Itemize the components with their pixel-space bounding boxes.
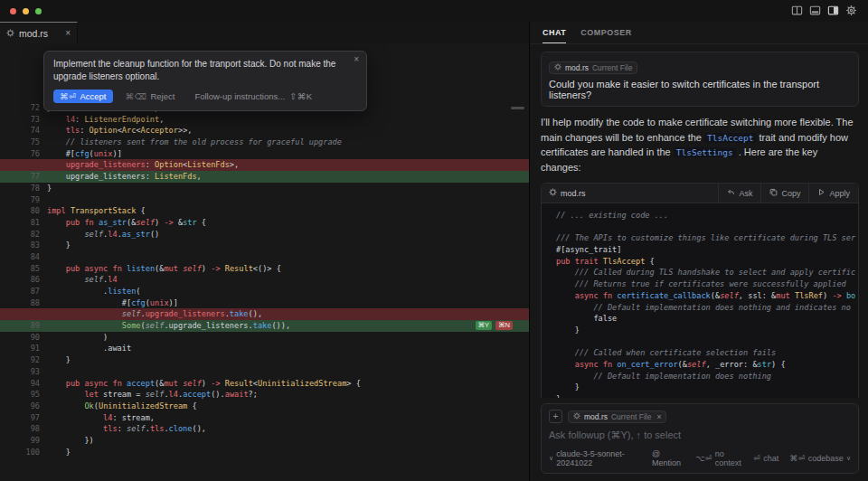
code-token: (& xyxy=(155,379,164,388)
zoom-window-button[interactable] xyxy=(35,8,42,14)
code-token: <()> { xyxy=(253,264,281,273)
chat-shortcut[interactable]: ⏎ chat xyxy=(753,454,778,463)
code-token: )] xyxy=(112,149,121,158)
remove-chip-icon[interactable]: × xyxy=(656,412,661,421)
accept-diff-badge[interactable]: ⌘Y xyxy=(476,321,493,330)
code-token: take xyxy=(230,309,249,318)
tab-chat[interactable]: CHAT xyxy=(542,22,566,43)
editor-line: upgrade_listeners: Option<ListenFds>, xyxy=(0,159,529,171)
line-content: pub trait TlsAccept { xyxy=(556,256,655,268)
editor-line: 79 xyxy=(0,194,529,206)
code-token: (), xyxy=(192,424,206,433)
editor-line: 85 pub async fn listen(&mut self) -> Res… xyxy=(0,263,529,275)
code-line: pub trait TlsAccept { xyxy=(551,256,858,268)
add-context-button[interactable]: + xyxy=(549,410,562,423)
line-content: /// Called when certificate selection fa… xyxy=(556,347,776,359)
scrollbar-thumb[interactable] xyxy=(511,107,524,109)
code-token xyxy=(47,424,103,433)
close-window-button[interactable] xyxy=(10,8,16,14)
chat-input[interactable]: + mod.rs Current File × Ask followup (⌘Y… xyxy=(541,403,859,474)
code-token: /// Called during TLS handshake to selec… xyxy=(556,268,855,277)
followup-instructions-button[interactable]: Follow-up instructions... ⇧⌘K xyxy=(194,91,312,101)
toggle-panel-icon[interactable] xyxy=(809,5,821,16)
tab-composer[interactable]: COMPOSER xyxy=(580,22,632,43)
code-token: stream = xyxy=(99,390,146,399)
tab-label: mod.rs xyxy=(19,28,48,39)
code-token: { xyxy=(187,401,196,410)
code-token: ()), xyxy=(271,321,290,330)
ask-button[interactable]: Ask xyxy=(718,184,760,203)
codebase-shortcut[interactable]: ⌘⏎ codebase ∨ xyxy=(789,454,851,463)
code-token: accept xyxy=(183,390,211,399)
popup-close-icon[interactable]: × xyxy=(354,54,359,64)
code-token: str xyxy=(758,360,772,369)
inline-code: TlsSettings xyxy=(674,147,736,157)
code-token: & xyxy=(174,218,183,227)
minimize-window-button[interactable] xyxy=(23,8,29,14)
line-number: 91 xyxy=(0,343,42,354)
rust-file-icon xyxy=(6,28,14,39)
code-token: Some xyxy=(122,321,141,330)
editor-line: 92 } xyxy=(0,354,529,366)
context-chip[interactable]: mod.rs Current File xyxy=(549,61,637,74)
code-token: fn xyxy=(112,379,121,388)
code-token xyxy=(47,137,66,146)
code-token: () xyxy=(150,230,159,239)
line-content: pub fn as_str(&self) -> &str { xyxy=(47,217,206,229)
close-tab-icon[interactable]: × xyxy=(65,28,71,38)
code-token: TlsRef xyxy=(795,291,823,300)
tab-mod-rs[interactable]: mod.rs × xyxy=(0,22,78,43)
code-line xyxy=(551,336,858,348)
code-token: l4 xyxy=(108,230,117,239)
context-chip[interactable]: mod.rs Current File × xyxy=(568,410,666,423)
code-token: , ssl: & xyxy=(739,291,776,300)
code-token: l4 xyxy=(103,413,112,422)
copy-button[interactable]: Copy xyxy=(760,184,808,203)
line-number: 73 xyxy=(0,114,42,126)
code-token: } xyxy=(47,240,71,250)
settings-gear-icon[interactable] xyxy=(845,5,857,16)
line-number: 96 xyxy=(0,401,42,412)
code-token: ) xyxy=(202,264,211,273)
line-content: pub async fn listen(&mut self) -> Result… xyxy=(47,263,281,275)
model-selector[interactable]: ∨ claude-3-5-sonnet-20241022 xyxy=(549,449,641,467)
line-number: 75 xyxy=(0,137,42,148)
model-name: claude-3-5-sonnet-20241022 xyxy=(556,449,641,467)
chevron-icon: ∨ xyxy=(846,455,851,462)
code-token: : xyxy=(146,160,155,169)
no-context-shortcut[interactable]: ⌥⏎ no context xyxy=(695,449,742,467)
rust-file-icon xyxy=(554,63,561,72)
code-line: // ... existing code ... xyxy=(551,210,858,222)
editor-line: 78} xyxy=(0,183,529,194)
apply-button[interactable]: Apply xyxy=(808,184,858,203)
editor-line: 84 xyxy=(0,251,529,263)
code-token: async xyxy=(575,360,599,369)
chat-panel: CHAT COMPOSER mod.rs Current File Could … xyxy=(530,22,868,481)
accept-button[interactable]: ⌘⏎ Accept xyxy=(53,90,113,103)
reject-button[interactable]: ⌘⌫ Reject xyxy=(126,91,175,101)
toggle-sidebar-icon[interactable] xyxy=(827,5,839,16)
play-icon xyxy=(817,188,826,198)
code-token: listen xyxy=(127,264,155,273)
line-content: .await xyxy=(47,343,131,354)
line-number: 88 xyxy=(0,297,42,309)
code-token: certificate_callback xyxy=(617,291,710,300)
line-number: 100 xyxy=(0,447,42,458)
line-number: 85 xyxy=(0,263,42,275)
mention-button[interactable]: @ Mention xyxy=(652,449,684,467)
line-number: 74 xyxy=(0,125,42,137)
code-editor[interactable]: 72pub(crate) struct TransportStack {73 l… xyxy=(0,43,529,481)
code-token: /// Called when certificate selection fa… xyxy=(556,348,776,357)
code-token: cfg xyxy=(131,298,146,307)
line-content: /// The APIs to customize things like ce… xyxy=(556,232,855,244)
editor-line: 93 xyxy=(0,366,529,378)
reject-diff-badge[interactable]: ⌘N xyxy=(495,321,513,330)
split-editor-icon[interactable] xyxy=(791,5,803,16)
line-content: self.upgrade_listeners.take(), xyxy=(47,308,262,320)
chevron-icon: ∨ xyxy=(549,455,553,462)
line-content: /// Returns true if certificates were su… xyxy=(556,278,846,290)
line-number: 83 xyxy=(0,240,42,251)
line-number: 81 xyxy=(0,217,42,229)
code-token: upgrade_listeners xyxy=(146,309,225,318)
line-content: tls: self.tls.clone(), xyxy=(47,423,206,435)
